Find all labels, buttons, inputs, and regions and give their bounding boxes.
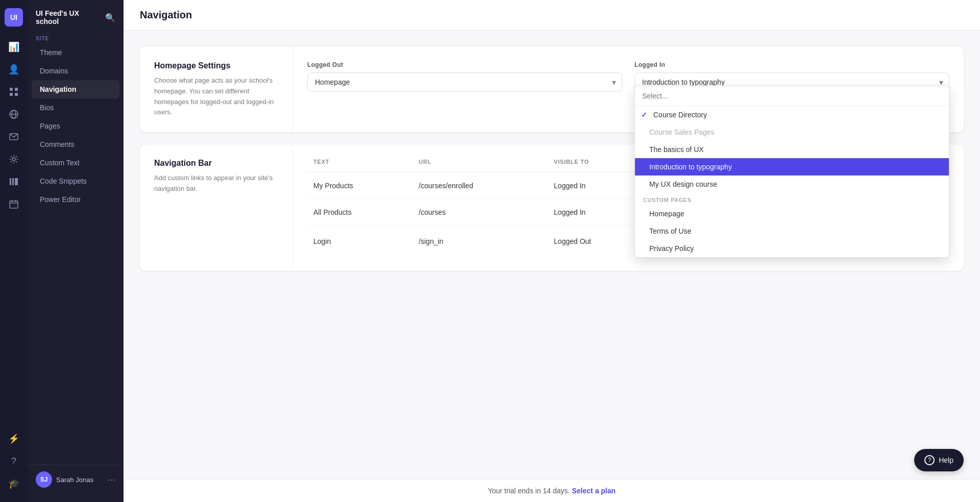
users-icon[interactable]: 👤	[4, 59, 24, 80]
logged-in-label: Logged In	[634, 61, 949, 68]
card-left-homepage: Homepage Settings Choose what page acts …	[140, 47, 293, 132]
logged-out-label: Logged Out	[307, 61, 622, 68]
dropdown-item-course-directory[interactable]: Course Directory	[635, 106, 949, 123]
sidebar-item-comments[interactable]: Comments	[32, 135, 119, 154]
more-icon[interactable]: ⋯	[107, 475, 115, 485]
help-circle-icon[interactable]: ?	[4, 451, 24, 471]
dropdown-search-wrapper	[635, 86, 949, 106]
url-cell-0: /courses/enrolled	[412, 172, 548, 199]
dropdown-item-ux-design[interactable]: My UX design course	[635, 175, 949, 193]
help-label: Help	[939, 456, 953, 464]
avatar: SJ	[36, 471, 52, 488]
logged-in-dropdown: Course Directory Course Sales Pages The …	[634, 86, 949, 258]
trial-banner: Your trial ends in 14 days. Select a pla…	[124, 479, 980, 502]
col-url: URL	[412, 159, 548, 172]
dropdown-item-typography[interactable]: Introduction to typography	[635, 158, 949, 175]
user-section: SJ Sarah Jonas ⋯	[28, 465, 124, 494]
svg-rect-2	[10, 93, 13, 96]
sidebar-item-power-editor[interactable]: Power Editor	[32, 190, 119, 209]
user-name: Sarah Jonas	[56, 476, 93, 484]
url-cell-2: /sign_in	[412, 225, 548, 257]
visible-to-cell-1: Logged In	[548, 199, 648, 225]
svg-rect-11	[15, 178, 18, 185]
homepage-settings-card: Homepage Settings Choose what page acts …	[140, 47, 964, 132]
dropdown-item-homepage[interactable]: Homepage	[635, 205, 949, 222]
library-icon[interactable]	[4, 171, 24, 192]
dropdown-item-terms[interactable]: Terms of Use	[635, 222, 949, 240]
sidebar-title: UI Feed's UX school	[36, 9, 101, 26]
help-circle-icon: ?	[924, 455, 935, 465]
trial-text: Your trial ends in 14 days.	[488, 487, 570, 495]
svg-rect-3	[15, 93, 18, 96]
svg-rect-9	[10, 178, 11, 185]
settings-icon[interactable]	[4, 149, 24, 169]
main-content: Navigation Homepage Settings Choose what…	[124, 0, 980, 502]
logged-out-select[interactable]: Homepage	[307, 72, 622, 92]
navbar-desc: Add custom links to appear in your site'…	[154, 173, 278, 194]
icon-sidebar: UI 📊 👤 ⚡ ? 🎓	[0, 0, 28, 502]
navbar-title: Navigation Bar	[154, 159, 278, 168]
graduation-icon[interactable]: 🎓	[4, 473, 24, 494]
visible-to-cell-2: Logged Out	[548, 225, 648, 257]
calendar-icon[interactable]	[4, 194, 24, 214]
homepage-settings-title: Homepage Settings	[154, 61, 278, 70]
logged-out-field: Logged Out Homepage	[307, 61, 622, 92]
sidebar-item-domains[interactable]: Domains	[32, 62, 119, 80]
sidebar-nav: ThemeDomainsNavigationBiosPagesCommentsC…	[28, 43, 124, 209]
search-icon[interactable]: 🔍	[105, 13, 115, 22]
logged-out-select-wrapper: Homepage	[307, 72, 622, 92]
logged-in-field: Logged In Introduction to typography	[634, 61, 949, 92]
text-cell-0: My Products	[307, 172, 412, 199]
main-header: Navigation	[124, 0, 980, 31]
col-text: TEXT	[307, 159, 412, 172]
svg-rect-1	[15, 88, 18, 91]
text-cell-2: Login	[307, 225, 412, 257]
dropdown-item-course-sales[interactable]: Course Sales Pages	[635, 123, 949, 141]
sidebar-item-code-snippets[interactable]: Code Snippets	[32, 172, 119, 190]
dropdown-item-privacy[interactable]: Privacy Policy	[635, 240, 949, 257]
text-cell-1: All Products	[307, 199, 412, 225]
dropdown-search-input[interactable]	[642, 92, 942, 100]
logged-section: Logged Out Homepage Logged In Introduc	[307, 61, 949, 92]
url-cell-1: /courses	[412, 199, 548, 225]
dropdown-item-basics[interactable]: The basics of UX	[635, 141, 949, 158]
text-sidebar: UI Feed's UX school 🔍 SITE ThemeDomainsN…	[28, 0, 124, 502]
card-right-homepage: Logged Out Homepage Logged In Introduc	[293, 47, 964, 132]
site-section-label: SITE	[28, 30, 124, 43]
dashboard-icon[interactable]	[4, 82, 24, 102]
analytics-icon[interactable]: 📊	[4, 37, 24, 57]
lightning-icon[interactable]: ⚡	[4, 429, 24, 449]
mail-icon[interactable]	[4, 127, 24, 147]
content-area: Homepage Settings Choose what page acts …	[124, 31, 980, 287]
custom-pages-group-label: Custom Pages	[635, 193, 949, 205]
sidebar-item-custom-text[interactable]: Custom Text	[32, 154, 119, 172]
sidebar-item-theme[interactable]: Theme	[32, 43, 119, 62]
visible-to-cell-0: Logged In	[548, 172, 648, 199]
app-logo[interactable]: UI	[5, 8, 23, 27]
sidebar-item-bios[interactable]: Bios	[32, 98, 119, 117]
select-plan-link[interactable]: Select a plan	[572, 487, 616, 495]
svg-rect-12	[10, 201, 18, 208]
svg-point-8	[12, 158, 15, 161]
sidebar-item-pages[interactable]: Pages	[32, 117, 119, 135]
sidebar-header: UI Feed's UX school 🔍	[28, 0, 124, 30]
card-left-navbar: Navigation Bar Add custom links to appea…	[140, 144, 293, 271]
help-button[interactable]: ? Help	[914, 449, 964, 471]
sidebar-item-navigation[interactable]: Navigation	[32, 80, 119, 98]
svg-rect-0	[10, 88, 13, 91]
svg-rect-10	[12, 178, 14, 185]
page-title: Navigation	[140, 9, 964, 21]
homepage-settings-desc: Choose what page acts as your school's h…	[154, 76, 278, 118]
col-visible-to: VISIBLE TO	[548, 159, 648, 172]
globe-icon[interactable]	[4, 104, 24, 124]
